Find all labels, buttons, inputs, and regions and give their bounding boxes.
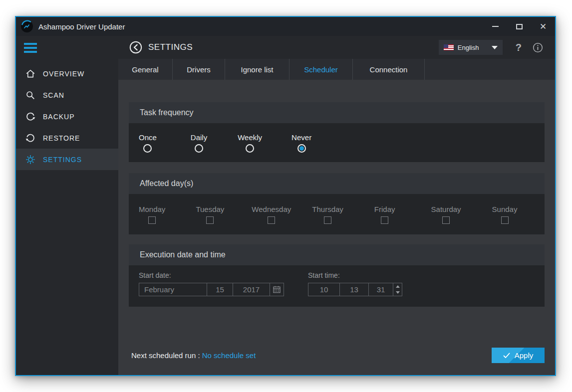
help-button[interactable]: ? — [516, 42, 522, 53]
sidebar-item-backup[interactable]: BACKUP — [16, 106, 118, 127]
sidebar-item-label: RESTORE — [43, 134, 80, 142]
tab-general[interactable]: General — [118, 59, 173, 80]
radio-circle-icon — [297, 144, 306, 153]
restore-arrow-icon — [25, 133, 36, 144]
sidebar-item-scan[interactable]: SCAN — [16, 84, 118, 106]
checkbox-icon — [206, 216, 214, 224]
app-logo-icon — [20, 20, 33, 33]
sidebar-item-overview[interactable]: OVERVIEW — [16, 63, 118, 84]
sidebar: OVERVIEW SCAN BACKUP — [16, 36, 118, 375]
task-frequency-section: Task frequency Once Daily Weekly — [129, 102, 545, 162]
start-date-control: February 15 2017 — [139, 283, 284, 296]
page-title: SETTINGS — [148, 42, 193, 52]
spinner-up-button[interactable] — [393, 283, 402, 290]
titlebar: Ashampoo Driver Updater ✕ — [16, 17, 555, 36]
tab-drivers[interactable]: Drivers — [173, 59, 225, 80]
sidebar-item-label: BACKUP — [43, 113, 75, 121]
language-dropdown[interactable]: English — [439, 40, 503, 55]
radio-circle-icon — [246, 144, 254, 153]
tab-ignore-list[interactable]: Ignore list — [225, 59, 289, 80]
footer-row: Next scheduled run : No schedule set App… — [129, 348, 545, 363]
app-window: Ashampoo Driver Updater ✕ OVERVIEW — [15, 16, 556, 376]
affected-days-section: Affected day(s) Monday Tuesday Wednesday — [129, 173, 545, 234]
time-spinner — [393, 283, 402, 296]
main-panel: SETTINGS English ? G — [118, 36, 555, 375]
time-second-field[interactable]: 31 — [369, 283, 393, 296]
arrow-down-icon — [396, 291, 400, 294]
start-date-label: Start date: — [139, 271, 284, 279]
header-actions: English ? — [439, 40, 543, 55]
sidebar-item-label: OVERVIEW — [43, 70, 84, 78]
maximize-button[interactable] — [507, 17, 531, 36]
radio-circle-icon — [195, 144, 203, 153]
window-controls: ✕ — [483, 17, 555, 36]
page-header: SETTINGS English ? — [118, 36, 555, 59]
arrow-up-icon — [396, 285, 400, 288]
radio-circle-icon — [143, 144, 152, 153]
checkmark-icon — [503, 353, 510, 359]
checkbox-wednesday[interactable]: Wednesday — [252, 205, 291, 224]
gear-icon — [25, 154, 36, 165]
checkbox-icon — [501, 216, 509, 224]
radio-weekly[interactable]: Weekly — [238, 133, 262, 153]
date-month-field[interactable]: February — [139, 283, 207, 296]
checkbox-icon — [442, 216, 450, 224]
radio-once[interactable]: Once — [139, 133, 157, 153]
apply-button[interactable]: Apply — [492, 348, 545, 363]
language-value: English — [458, 44, 479, 51]
date-year-field[interactable]: 2017 — [233, 283, 270, 296]
calendar-icon — [273, 285, 281, 294]
time-hour-field[interactable]: 10 — [308, 283, 340, 296]
radio-daily[interactable]: Daily — [191, 133, 207, 153]
date-day-field[interactable]: 15 — [207, 283, 233, 296]
checkbox-icon — [324, 216, 331, 224]
window-title: Ashampoo Driver Updater — [38, 22, 125, 31]
checkbox-thursday[interactable]: Thursday — [312, 205, 343, 224]
section-title: Affected day(s) — [129, 173, 545, 194]
sidebar-nav: OVERVIEW SCAN BACKUP — [16, 63, 118, 170]
sidebar-item-label: SCAN — [43, 91, 64, 99]
minimize-button[interactable] — [483, 17, 507, 36]
chevron-down-icon — [492, 46, 498, 49]
tab-scheduler[interactable]: Scheduler — [289, 59, 353, 80]
spinner-down-button[interactable] — [393, 290, 402, 296]
checkbox-saturday[interactable]: Saturday — [431, 205, 461, 224]
scheduler-content: Task frequency Once Daily Weekly — [118, 80, 555, 375]
section-title: Execution date and time — [129, 244, 545, 265]
back-button[interactable] — [129, 41, 142, 54]
no-schedule-set-link[interactable]: No schedule set — [202, 351, 256, 360]
checkbox-icon — [148, 216, 156, 224]
tab-connection[interactable]: Connection — [353, 59, 425, 80]
time-minute-field[interactable]: 13 — [340, 283, 369, 296]
checkbox-monday[interactable]: Monday — [139, 205, 165, 224]
menu-hamburger-icon[interactable] — [24, 43, 37, 55]
radio-never[interactable]: Never — [291, 133, 311, 153]
backup-arrow-icon — [25, 111, 36, 122]
sidebar-item-label: SETTINGS — [43, 156, 82, 164]
checkbox-tuesday[interactable]: Tuesday — [196, 205, 224, 224]
next-scheduled-run-text: Next scheduled run : No schedule set — [131, 351, 256, 360]
start-time-group: Start time: 10 13 31 — [308, 271, 402, 307]
checkbox-icon — [381, 216, 388, 224]
search-icon — [25, 90, 36, 101]
checkbox-icon — [268, 216, 275, 224]
start-date-group: Start date: February 15 2017 — [139, 271, 284, 307]
checkbox-friday[interactable]: Friday — [374, 205, 395, 224]
checkbox-sunday[interactable]: Sunday — [492, 205, 518, 224]
info-button[interactable] — [533, 42, 543, 53]
start-time-label: Start time: — [308, 271, 402, 279]
close-button[interactable]: ✕ — [531, 17, 555, 36]
calendar-picker-button[interactable] — [270, 283, 284, 296]
execution-section: Execution date and time Start date: Febr… — [129, 244, 545, 307]
start-time-control: 10 13 31 — [308, 283, 402, 296]
settings-tabbar: General Drivers Ignore list Scheduler Co… — [118, 59, 555, 80]
home-icon — [25, 68, 36, 79]
sidebar-item-restore[interactable]: RESTORE — [16, 127, 118, 149]
sidebar-item-settings[interactable]: SETTINGS — [16, 149, 118, 170]
maximize-icon — [516, 24, 523, 29]
minimize-icon — [492, 26, 499, 27]
section-title: Task frequency — [129, 102, 545, 123]
us-flag-icon — [444, 44, 454, 50]
close-icon: ✕ — [540, 22, 547, 31]
